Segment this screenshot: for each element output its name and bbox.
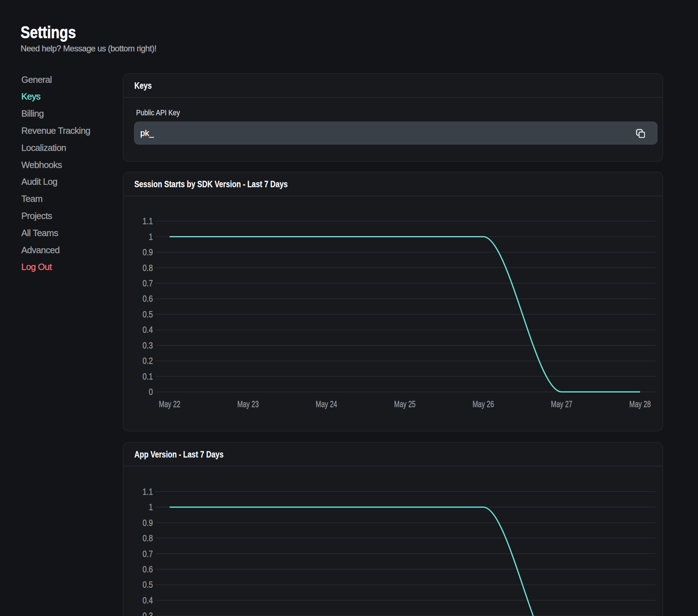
svg-text:0.3: 0.3: [142, 611, 153, 616]
svg-text:May 25: May 25: [394, 399, 415, 409]
svg-text:May 23: May 23: [237, 399, 259, 409]
svg-text:0.7: 0.7: [142, 549, 153, 559]
svg-text:0.5: 0.5: [142, 580, 153, 590]
svg-text:0.1: 0.1: [142, 372, 153, 381]
svg-text:0.4: 0.4: [142, 595, 153, 605]
svg-text:1: 1: [149, 232, 153, 242]
svg-text:0.6: 0.6: [142, 564, 153, 574]
svg-text:0.5: 0.5: [142, 309, 153, 319]
svg-text:0: 0: [149, 387, 153, 397]
svg-text:0.9: 0.9: [142, 247, 153, 257]
svg-text:1: 1: [149, 502, 153, 512]
svg-text:1.1: 1.1: [142, 487, 153, 497]
svg-text:0.8: 0.8: [142, 533, 153, 543]
svg-text:0.6: 0.6: [142, 294, 153, 304]
svg-text:0.2: 0.2: [142, 356, 153, 366]
svg-text:0.9: 0.9: [142, 518, 153, 528]
svg-text:May 26: May 26: [473, 399, 494, 409]
svg-text:0.3: 0.3: [142, 340, 153, 350]
svg-text:0.8: 0.8: [142, 263, 153, 273]
svg-text:0.7: 0.7: [142, 278, 153, 288]
svg-text:May 24: May 24: [316, 399, 337, 409]
svg-text:May 28: May 28: [629, 399, 651, 409]
svg-text:0.4: 0.4: [142, 325, 153, 335]
svg-text:1.1: 1.1: [142, 216, 153, 226]
svg-text:May 22: May 22: [159, 399, 180, 409]
svg-text:May 27: May 27: [551, 399, 572, 409]
